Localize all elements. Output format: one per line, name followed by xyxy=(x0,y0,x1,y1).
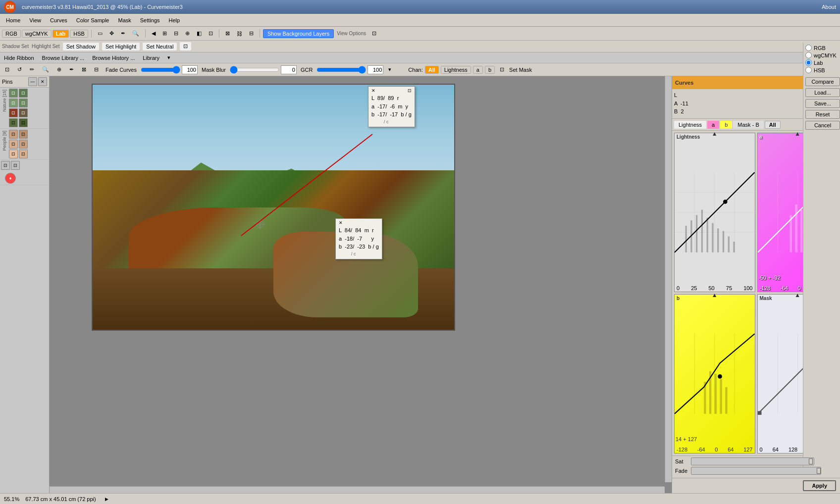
set-highlight-button[interactable]: Set Highlight xyxy=(102,43,140,50)
nature-pin-1[interactable]: ⊡ xyxy=(9,89,18,98)
view-icon1[interactable]: ⊠ xyxy=(222,29,233,38)
curve-tool1[interactable]: ⊡ xyxy=(2,65,12,74)
people-pin-6[interactable]: ⊡ xyxy=(19,150,28,158)
nav-zoom-fit[interactable]: ◧ xyxy=(194,29,205,38)
menu-view[interactable]: View xyxy=(25,16,45,24)
fade-slider-side[interactable] xyxy=(691,467,821,475)
people-pin-1[interactable]: ⊡ xyxy=(9,130,18,139)
nature-pin-7[interactable]: ⊡ xyxy=(9,118,18,127)
nav-zoom-out[interactable]: ⊟ xyxy=(171,29,181,38)
curve-tab-lightness[interactable]: Lightness xyxy=(674,121,706,129)
people-pin-4[interactable]: ⊡ xyxy=(19,140,28,149)
a-value-display: -50 + -32 xyxy=(759,275,781,281)
library[interactable]: Library xyxy=(141,54,161,61)
select-tool[interactable]: ▭ xyxy=(95,29,105,38)
chan-a[interactable]: a xyxy=(473,66,483,74)
fade-thumb[interactable] xyxy=(817,468,821,474)
nav-fit[interactable]: ⊞ xyxy=(159,29,170,38)
tab-hsb[interactable]: HSB xyxy=(70,30,88,38)
gcr-slider[interactable] xyxy=(316,66,366,73)
nav-left[interactable]: ◀ xyxy=(149,29,158,38)
horizontal-scrollbar[interactable] xyxy=(50,486,665,493)
nature-pin-2[interactable]: ⊡ xyxy=(19,89,28,98)
set-neutral-button[interactable]: Set Neutral xyxy=(143,43,177,50)
extra-pin-1[interactable]: ⊡ xyxy=(1,161,10,170)
extra-pin-2[interactable]: ⊡ xyxy=(11,161,20,170)
view-label: View Options xyxy=(337,31,366,36)
play-button[interactable]: ▶ xyxy=(102,496,111,503)
chan-lightness[interactable]: Lightness xyxy=(441,66,471,74)
library-expand[interactable]: ▾ xyxy=(165,54,172,61)
menu-color-sample[interactable]: Color Sample xyxy=(72,16,113,24)
curve-tab-all[interactable]: All xyxy=(765,121,781,129)
set-mask-button[interactable]: ⊡ xyxy=(497,65,507,74)
chan-all[interactable]: All xyxy=(425,66,439,74)
nature-pin-4[interactable]: ⊡ xyxy=(19,99,28,107)
curve-tool6[interactable]: ✒ xyxy=(66,65,77,74)
tab-lab[interactable]: Lab xyxy=(52,30,69,38)
gcr-expand[interactable]: ▾ xyxy=(385,65,394,74)
save-button[interactable]: Save... xyxy=(805,99,840,108)
tab-rgb[interactable]: RGB xyxy=(2,30,21,38)
sat-thumb[interactable] xyxy=(809,458,813,464)
load-button[interactable]: Load... xyxy=(805,88,840,97)
pins-minimize[interactable]: — xyxy=(28,77,37,86)
popup2-expand[interactable]: ⊡ xyxy=(408,88,412,93)
browse-library[interactable]: Browse Library ... xyxy=(40,54,87,61)
chan-b[interactable]: b xyxy=(485,66,495,74)
svg-rect-37 xyxy=(800,210,802,252)
move-tool[interactable]: ✥ xyxy=(106,29,117,38)
people-pin-5[interactable]: ⊡ xyxy=(9,150,18,158)
menu-settings[interactable]: Settings xyxy=(136,16,164,24)
curve-b[interactable]: ▲ b xyxy=(674,294,755,454)
sat-slider[interactable] xyxy=(691,457,814,465)
menu-mask[interactable]: Mask xyxy=(114,16,135,24)
pins-close[interactable]: ✕ xyxy=(38,77,47,86)
curve-tool7[interactable]: ⊠ xyxy=(79,65,89,74)
chain-icon[interactable]: ⛓ xyxy=(234,30,245,38)
curve-tab-mask[interactable]: Mask - B xyxy=(733,121,763,129)
set-shadow-button[interactable]: Set Shadow xyxy=(63,43,99,50)
eyedropper-tool[interactable]: ✒ xyxy=(118,29,128,38)
nav-zoom-in[interactable]: ⊕ xyxy=(182,29,193,38)
curve-tool3[interactable]: ✏ xyxy=(27,65,37,74)
curve-tool2[interactable]: ↺ xyxy=(14,65,25,74)
popup1-close[interactable]: ✕ xyxy=(339,220,343,225)
canvas-image[interactable]: ✕ L 84/ 84 m r a -18/ -7 y b -23/ -23 b … xyxy=(93,85,454,330)
vertical-scrollbar[interactable] xyxy=(665,76,672,482)
fade-slider[interactable] xyxy=(141,66,180,73)
curve-tool4[interactable]: 🔍 xyxy=(39,65,52,74)
neutral-icon[interactable]: ⊡ xyxy=(180,42,191,50)
menu-home[interactable]: Home xyxy=(2,16,24,24)
extra-pin-special[interactable]: ♦ xyxy=(5,173,16,184)
tab-wgcmyk[interactable]: wgCMYK xyxy=(22,30,52,38)
compare-button[interactable]: Compare xyxy=(805,77,840,86)
show-background-layers-button[interactable]: Show Background Layers xyxy=(263,29,334,38)
apply-button[interactable]: Apply xyxy=(803,480,836,491)
people-pin-2[interactable]: ⊡ xyxy=(19,130,28,139)
nav-zoom-100[interactable]: ⊡ xyxy=(206,29,216,38)
nature-pin-5[interactable]: ⊡ xyxy=(9,108,18,117)
nature-pin-6[interactable]: ⊡ xyxy=(19,108,28,117)
about-link[interactable]: About xyxy=(822,4,836,10)
people-pin-3[interactable]: ⊡ xyxy=(9,140,18,149)
menu-help[interactable]: Help xyxy=(165,16,184,24)
mask-blur-slider[interactable] xyxy=(230,66,279,73)
menu-curves[interactable]: Curves xyxy=(46,16,71,24)
browse-history[interactable]: Browse History ... xyxy=(90,54,137,61)
nature-pin-8[interactable]: ⊡ xyxy=(19,118,28,127)
popup2-close[interactable]: ✕ xyxy=(371,88,375,93)
view-options-expand[interactable]: ⊡ xyxy=(369,29,379,38)
curves-info-text: L A -11 B 2 xyxy=(672,89,808,118)
curve-lightness[interactable]: ▲ Lightness xyxy=(674,133,755,292)
curve-tool8[interactable]: ⊟ xyxy=(91,65,102,74)
curve-tool5[interactable]: ⊕ xyxy=(54,65,64,74)
reset-button[interactable]: Reset xyxy=(805,110,840,119)
curve-tab-b[interactable]: b xyxy=(720,121,732,129)
zoom-tool[interactable]: 🔍 xyxy=(129,29,142,38)
hide-ribbon[interactable]: Hide Ribbon xyxy=(2,54,36,61)
nature-pin-3[interactable]: ⊡ xyxy=(9,99,18,107)
curve-tab-a[interactable]: a xyxy=(707,121,719,129)
view-icon3[interactable]: ⊟ xyxy=(246,29,257,38)
cancel-button[interactable]: Cancel xyxy=(805,121,840,130)
